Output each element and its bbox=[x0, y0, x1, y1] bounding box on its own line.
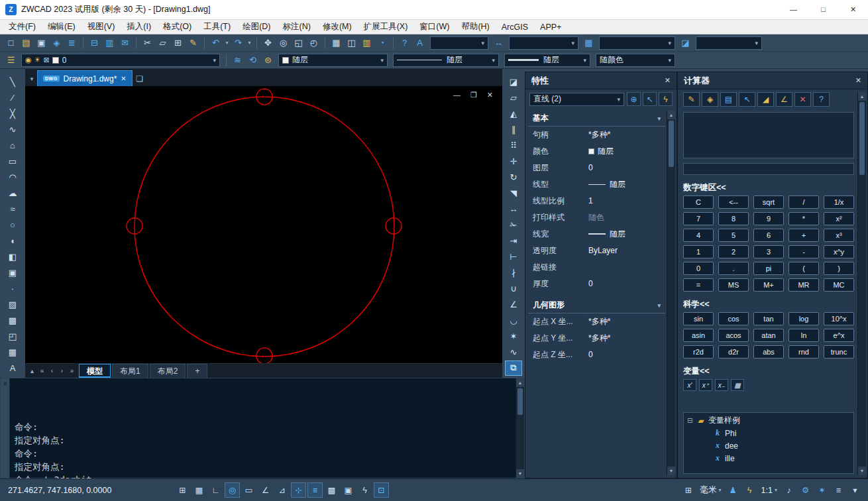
calc-key[interactable]: pi bbox=[753, 262, 784, 275]
viewports-button[interactable]: ◫ bbox=[344, 36, 359, 50]
layer-isolate-button[interactable]: ⊜ bbox=[260, 53, 276, 68]
menu-item[interactable]: 扩展工具(X) bbox=[358, 20, 414, 34]
calc-sci-key[interactable]: r2d bbox=[683, 345, 714, 359]
move-tool[interactable]: ✛ bbox=[505, 154, 522, 169]
new-button[interactable]: □ bbox=[3, 36, 19, 50]
close-button[interactable]: ✕ bbox=[838, 0, 868, 19]
publish-button[interactable]: ▥ bbox=[102, 36, 117, 50]
tree-item[interactable]: x dee bbox=[684, 439, 853, 452]
calc-sci-key[interactable]: tan bbox=[753, 312, 784, 325]
dim-style-button[interactable]: ↔ bbox=[491, 36, 506, 50]
calc-sci-key[interactable]: sin bbox=[683, 312, 714, 325]
linetype-combo[interactable]: 随层 ▾ bbox=[393, 54, 499, 67]
new-document-tab-button[interactable]: ❏ bbox=[133, 72, 147, 86]
calc-edit-button[interactable]: ✎ bbox=[683, 92, 700, 107]
property-row[interactable]: 线型比例 1 bbox=[528, 193, 665, 209]
chamfer-tool[interactable]: ∠ bbox=[505, 297, 522, 312]
pan-button[interactable]: ✥ bbox=[260, 36, 276, 50]
mdi-restore-button[interactable]: ❐ bbox=[470, 91, 477, 99]
document-tab[interactable]: DWG Drawing1.dwg* ✕ bbox=[37, 70, 133, 86]
calc-help-button[interactable]: ? bbox=[813, 92, 830, 107]
calc-key[interactable]: 8 bbox=[718, 212, 749, 225]
ellipse-arc-tool[interactable]: ◖ bbox=[4, 233, 21, 249]
break-tool[interactable]: ∤ bbox=[505, 265, 522, 280]
property-row[interactable]: 起点 Y 坐... *多种* bbox=[528, 330, 665, 347]
polar-tracking-toggle[interactable]: ◎ bbox=[225, 482, 240, 498]
grid-toggle[interactable]: ▦ bbox=[191, 482, 207, 498]
save-as-button[interactable]: ◈ bbox=[49, 36, 64, 50]
revision-cloud-tool[interactable]: ☁ bbox=[4, 186, 21, 201]
scientific-section-header[interactable]: 科学<< bbox=[683, 298, 854, 311]
calc-key[interactable]: 7 bbox=[683, 212, 714, 225]
calc-key[interactable]: 4 bbox=[683, 229, 714, 242]
object-tracking-toggle[interactable]: ∠ bbox=[258, 482, 273, 498]
calc-paste-button[interactable]: ▤ bbox=[720, 92, 737, 107]
calc-key[interactable]: * bbox=[788, 212, 819, 225]
numpad-section-header[interactable]: 数字键区<< bbox=[683, 181, 854, 194]
mirror-tool[interactable]: ◭ bbox=[505, 106, 522, 121]
copy-tool[interactable]: ▱ bbox=[505, 90, 522, 105]
property-row[interactable]: 透明度 ByLayer bbox=[528, 243, 665, 259]
calculator-input-field[interactable] bbox=[683, 163, 854, 175]
property-row[interactable]: 厚度 0 bbox=[528, 276, 665, 292]
scroll-down-icon[interactable]: ▼ bbox=[516, 469, 524, 478]
properties-scrollbar[interactable]: ▲ ▼ bbox=[667, 111, 675, 475]
snap-toggle[interactable]: ⊞ bbox=[175, 482, 190, 498]
zoom-window-button[interactable]: ◱ bbox=[291, 36, 306, 50]
property-row[interactable]: 句柄 *多种* bbox=[528, 127, 665, 143]
calc-sci-key[interactable]: asin bbox=[683, 329, 714, 342]
plotstyle-combo[interactable]: 随颜色 ▾ bbox=[596, 54, 675, 67]
polyline-tool[interactable]: ∿ bbox=[4, 122, 21, 137]
command-window-grip[interactable]: ✕ bbox=[1, 378, 10, 478]
workspace-lock-toggle[interactable]: ⊡ bbox=[374, 482, 389, 498]
menu-item[interactable]: 编辑(E) bbox=[42, 20, 81, 34]
undo-dropdown[interactable]: ▾ bbox=[223, 36, 231, 50]
calc-sci-key[interactable]: rnd bbox=[788, 345, 819, 359]
menu-item[interactable]: 插入(I) bbox=[121, 20, 157, 34]
close-icon[interactable]: ✕ bbox=[855, 76, 861, 85]
properties-palette-button[interactable]: ⧉ bbox=[505, 361, 522, 376]
scale-tool[interactable]: ◥ bbox=[505, 186, 522, 201]
document-list-button[interactable]: ▾ bbox=[27, 72, 37, 86]
text-style-combo[interactable]: ▾ bbox=[430, 36, 488, 50]
statusbar-menu-button[interactable]: ▾ bbox=[847, 482, 863, 498]
mleader-style-button[interactable]: ◪ bbox=[678, 36, 693, 50]
calc-key[interactable]: x³ bbox=[824, 229, 854, 242]
annotation-monitor-toggle[interactable]: ϟ bbox=[357, 482, 372, 498]
match-properties-button[interactable]: ✎ bbox=[186, 36, 201, 50]
etransmit-button[interactable]: ✉ bbox=[117, 36, 133, 50]
circle-marker-entity[interactable] bbox=[256, 348, 272, 363]
polygon-tool[interactable]: ⌂ bbox=[4, 138, 21, 153]
zoom-realtime-button[interactable]: ◎ bbox=[276, 36, 291, 50]
copy-button[interactable]: ▱ bbox=[155, 36, 170, 50]
calc-key[interactable]: <-- bbox=[718, 195, 749, 209]
rectangle-tool[interactable]: ▭ bbox=[4, 154, 21, 169]
scroll-down-icon[interactable]: ▼ bbox=[667, 467, 675, 475]
paste-button[interactable]: ⊞ bbox=[170, 36, 186, 50]
layout-tab[interactable]: 布局2 bbox=[150, 364, 186, 378]
calc-key[interactable]: . bbox=[718, 262, 749, 275]
settings-gear-button[interactable]: ⚙ bbox=[798, 482, 813, 498]
menu-item[interactable]: 修改(M) bbox=[317, 20, 358, 34]
scroll-thumb[interactable] bbox=[517, 388, 523, 415]
extend-tool[interactable]: ⇥ bbox=[505, 233, 522, 249]
break-at-point-tool[interactable]: ⊢ bbox=[505, 249, 522, 264]
tab-list-button[interactable]: ▴ bbox=[27, 364, 37, 376]
calc-sci-key[interactable]: 10^x bbox=[824, 312, 854, 325]
calc-sci-key[interactable]: ln bbox=[788, 329, 819, 342]
point-tool[interactable]: ∙ bbox=[4, 281, 21, 296]
calc-key[interactable]: ( bbox=[788, 262, 819, 275]
hatch-tool[interactable]: ▨ bbox=[4, 297, 21, 312]
pickadd-toggle-button[interactable]: ⊕ bbox=[627, 92, 641, 106]
selection-type-combo[interactable]: 直线 (2) ▾ bbox=[529, 93, 624, 106]
text-style-button[interactable]: A bbox=[412, 36, 427, 50]
menu-item[interactable]: 工具(T) bbox=[197, 20, 237, 34]
tree-item[interactable]: ⊟ ▰ 变量样例 bbox=[684, 414, 853, 427]
scale-combo[interactable]: 1:1▾ bbox=[759, 482, 780, 498]
insert-block-tool[interactable]: ◧ bbox=[4, 249, 21, 264]
plot-button[interactable]: ≣ bbox=[64, 36, 80, 50]
menu-item[interactable]: 视图(V) bbox=[81, 20, 121, 34]
gradient-tool[interactable]: ▩ bbox=[4, 313, 21, 328]
region-tool[interactable]: ◰ bbox=[4, 329, 21, 344]
calc-key[interactable]: ) bbox=[824, 262, 854, 275]
